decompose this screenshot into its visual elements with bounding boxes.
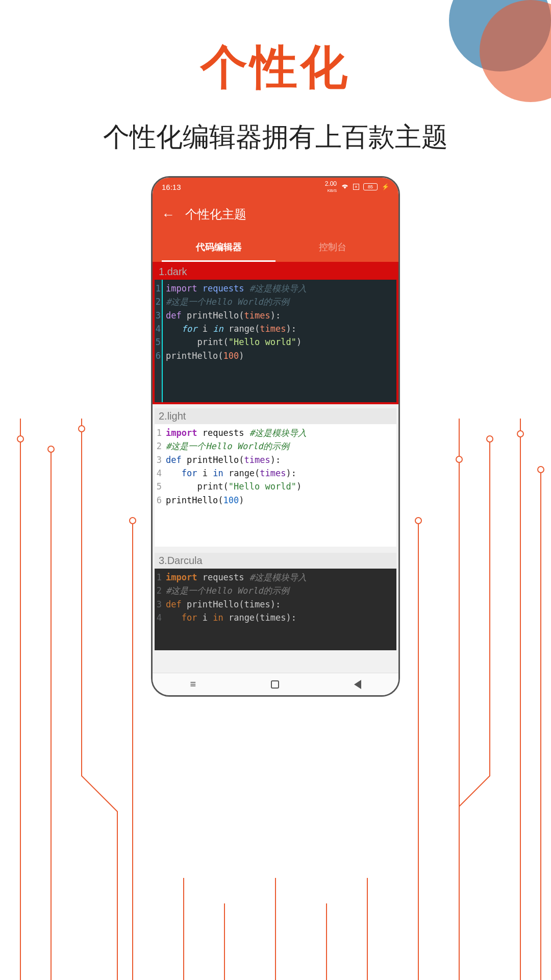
theme-label: 1.dark (155, 264, 396, 280)
tabs: 代码编辑器 控制台 (162, 235, 389, 262)
svg-point-7 (517, 431, 523, 437)
app-bar: ← 个性化主题 代码编辑器 控制台 (153, 196, 398, 262)
phone-frame: 16:13 2.00 KB/S × 85 ⚡ ← 个性化主题 代码编辑器 控制台… (151, 176, 400, 697)
status-time: 16:13 (162, 183, 181, 191)
appbar-title: 个性化主题 (185, 206, 246, 223)
theme-label: 3.Darcula (155, 553, 396, 569)
status-netspeed: 2.00 (325, 180, 337, 187)
close-box-icon: × (353, 184, 359, 190)
code-preview-darcula: 1234 import requests #这是模块导入 #这是一个Hello … (155, 569, 396, 650)
status-netunit: KB/S (328, 188, 337, 193)
code-preview-dark: 123456 import requests #这是模块导入 #这是一个Hell… (155, 280, 396, 402)
svg-point-3 (130, 518, 136, 524)
back-button[interactable]: ← (162, 207, 175, 223)
code-preview-light: 123456 import requests #这是模块导入 #这是一个Hell… (155, 424, 396, 547)
svg-point-5 (456, 456, 462, 462)
svg-point-6 (487, 436, 493, 442)
theme-list[interactable]: 1.dark 123456 import requests #这是模块导入 #这… (153, 262, 398, 673)
battery-icon: 85 (363, 183, 378, 190)
nav-back-button[interactable] (354, 680, 361, 689)
svg-point-0 (17, 436, 23, 442)
nav-menu-button[interactable]: ≡ (190, 678, 196, 690)
charging-icon: ⚡ (382, 183, 389, 190)
svg-point-2 (79, 426, 85, 432)
svg-point-1 (48, 446, 54, 452)
theme-card-dark[interactable]: 1.dark 123456 import requests #这是模块导入 #这… (153, 262, 398, 404)
nav-bar: ≡ (153, 673, 398, 695)
hero-subtitle: 个性化编辑器拥有上百款主题 (0, 119, 551, 155)
svg-point-8 (538, 467, 544, 473)
wifi-icon (341, 183, 349, 191)
tab-console[interactable]: 控制台 (276, 235, 389, 262)
status-bar: 16:13 2.00 KB/S × 85 ⚡ (153, 178, 398, 196)
theme-card-darcula[interactable]: 3.Darcula 1234 import requests #这是模块导入 #… (153, 551, 398, 652)
nav-home-button[interactable] (271, 680, 279, 689)
theme-label: 2.light (155, 408, 396, 424)
svg-point-4 (415, 518, 421, 524)
theme-card-light[interactable]: 2.light 123456 import requests #这是模块导入 #… (153, 406, 398, 549)
tab-code-editor[interactable]: 代码编辑器 (162, 235, 276, 262)
decoration-top-right (449, 0, 551, 102)
